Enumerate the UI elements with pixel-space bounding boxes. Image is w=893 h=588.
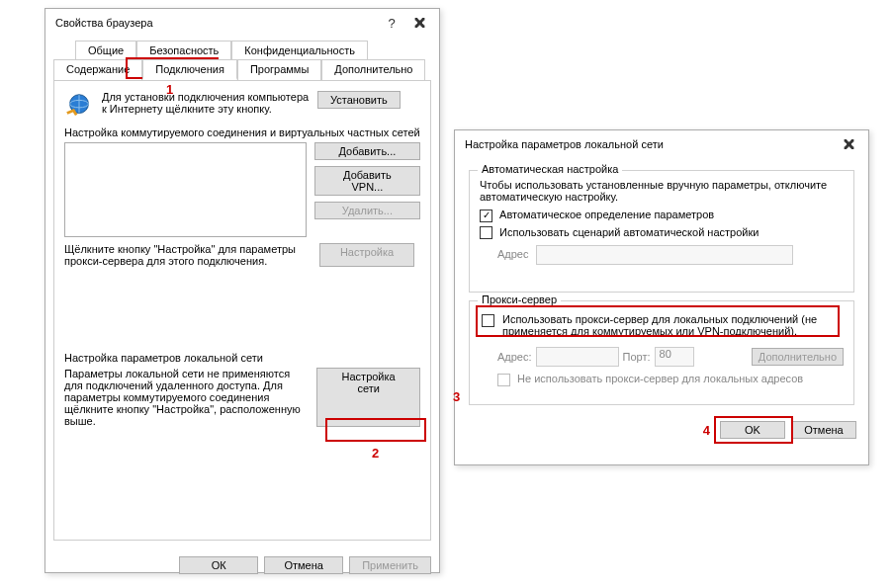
close-button[interactable]: 🗙 bbox=[405, 12, 433, 34]
ok-button[interactable]: ОК bbox=[179, 556, 258, 574]
tab-programs[interactable]: Программы bbox=[237, 59, 321, 80]
add-vpn-button[interactable]: Добавить VPN... bbox=[314, 166, 420, 196]
close-button-2[interactable]: 🗙 bbox=[835, 133, 862, 155]
proxy-port-label: Порт: bbox=[623, 351, 651, 363]
proxy-legend: Прокси-сервер bbox=[478, 294, 561, 305]
bypass-local-label: Не использовать прокси-сервер для локаль… bbox=[517, 373, 803, 384]
window-title-2: Настройка параметров локальной сети bbox=[461, 138, 835, 150]
annotation-box-4 bbox=[714, 416, 793, 444]
proxy-address-label: Адрес: bbox=[497, 351, 532, 363]
internet-properties-window: Свойства браузера ? 🗙 Общие Безопасность… bbox=[45, 8, 440, 573]
tab-connections[interactable]: Подключения bbox=[142, 59, 237, 80]
script-address-label: Адрес bbox=[497, 248, 529, 260]
remove-button[interactable]: Удалить... bbox=[314, 202, 420, 219]
titlebar-2: Настройка параметров локальной сети 🗙 bbox=[455, 130, 868, 158]
proxy-group: Прокси-сервер Использовать прокси-сервер… bbox=[469, 300, 854, 405]
setup-text: Для установки подключения компьютера к И… bbox=[102, 91, 310, 115]
globe-icon bbox=[64, 91, 94, 121]
script-address-input[interactable] bbox=[536, 245, 793, 265]
cancel-button[interactable]: Отмена bbox=[264, 556, 343, 574]
tab-content-area: Для установки подключения компьютера к И… bbox=[53, 80, 431, 541]
proxy-address-input[interactable] bbox=[536, 347, 619, 367]
dialup-title: Настройка коммутируемого соединения и ви… bbox=[64, 126, 420, 138]
settings-hint: Щёлкните кнопку "Настройка" для параметр… bbox=[64, 243, 312, 267]
lan-settings-window: Настройка параметров локальной сети 🗙 Ав… bbox=[454, 129, 869, 465]
proxy-port-input[interactable]: 80 bbox=[655, 347, 694, 367]
auto-config-legend: Автоматическая настройка bbox=[478, 163, 622, 175]
auto-config-text: Чтобы использовать установленные вручную… bbox=[480, 179, 844, 203]
setup-button[interactable]: Установить bbox=[317, 91, 401, 109]
dialog-footer: ОК Отмена Применить bbox=[45, 548, 439, 582]
tabs-area: Общие Безопасность Конфиденциальность Со… bbox=[45, 37, 439, 80]
dialog-footer-2: 4 OK Отмена bbox=[455, 407, 868, 449]
lan-text: Параметры локальной сети не применяются … bbox=[64, 368, 309, 427]
annotation-number-4: 4 bbox=[703, 423, 710, 438]
add-button[interactable]: Добавить... bbox=[314, 142, 420, 160]
auto-detect-label: Автоматическое определение параметров bbox=[499, 209, 714, 220]
annotation-number-2: 2 bbox=[372, 446, 379, 461]
annotation-number-3: 3 bbox=[453, 389, 460, 404]
apply-button[interactable]: Применить bbox=[349, 556, 431, 574]
window-title: Свойства браузера bbox=[51, 17, 378, 29]
cancel-button-2[interactable]: Отмена bbox=[791, 421, 856, 439]
settings-button[interactable]: Настройка bbox=[319, 243, 414, 267]
annotation-box-2 bbox=[325, 418, 426, 442]
auto-detect-checkbox[interactable] bbox=[480, 210, 492, 222]
auto-script-label: Использовать сценарий автоматической нас… bbox=[499, 226, 759, 238]
auto-script-checkbox[interactable] bbox=[480, 226, 492, 239]
proxy-advanced-button[interactable]: Дополнительно bbox=[752, 348, 844, 366]
auto-config-group: Автоматическая настройка Чтобы использов… bbox=[469, 170, 854, 293]
tab-privacy[interactable]: Конфиденциальность bbox=[231, 41, 368, 59]
help-button[interactable]: ? bbox=[378, 12, 405, 34]
annotation-box-3 bbox=[476, 305, 840, 337]
connections-listbox[interactable] bbox=[64, 142, 307, 237]
bypass-local-checkbox[interactable] bbox=[497, 374, 510, 386]
tab-advanced[interactable]: Дополнительно bbox=[321, 59, 425, 80]
titlebar: Свойства браузера ? 🗙 bbox=[45, 9, 439, 37]
lan-title: Настройка параметров локальной сети bbox=[64, 352, 420, 364]
